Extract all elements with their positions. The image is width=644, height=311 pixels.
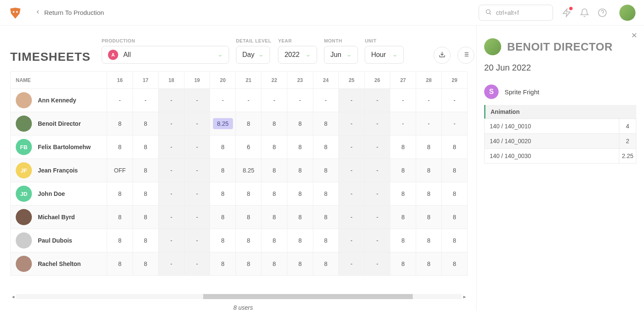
timesheet-cell[interactable]: -	[339, 89, 365, 112]
timesheet-cell[interactable]: -	[364, 182, 390, 206]
name-cell[interactable]: FBFelix Bartolomehw	[11, 136, 107, 159]
timesheet-cell[interactable]: 8	[442, 229, 468, 252]
name-cell[interactable]: Benoit Director	[11, 112, 107, 136]
timesheet-cell[interactable]: 8	[235, 112, 261, 136]
timesheet-cell[interactable]: 8	[416, 159, 442, 182]
timesheet-cell[interactable]: 8	[210, 252, 236, 276]
timesheet-cell[interactable]: -	[261, 89, 287, 112]
timesheet-cell[interactable]: 8.25	[235, 159, 261, 182]
timesheet-cell[interactable]: 8	[210, 206, 236, 229]
timesheet-cell[interactable]: 8	[287, 136, 313, 159]
name-cell[interactable]: Michael Byrd	[11, 206, 107, 229]
timesheet-cell[interactable]: 8	[235, 206, 261, 229]
timesheet-cell[interactable]: -	[416, 89, 442, 112]
detail-dropdown[interactable]: Day	[236, 46, 270, 64]
name-cell[interactable]: JDJohn Doe	[11, 182, 107, 206]
timesheet-cell[interactable]: 8	[210, 182, 236, 206]
scroll-left-arrow[interactable]: ◄	[10, 294, 16, 299]
timesheet-cell[interactable]: -	[107, 89, 133, 112]
timesheet-cell[interactable]: -	[364, 229, 390, 252]
timesheet-cell[interactable]: 8	[442, 252, 468, 276]
help-icon[interactable]	[597, 8, 607, 18]
timesheet-cell[interactable]: 8	[442, 159, 468, 182]
timesheet-cell[interactable]: -	[184, 112, 210, 136]
timesheet-cell[interactable]: 8	[390, 182, 416, 206]
horizontal-scrollbar[interactable]: ◄ ►	[10, 293, 468, 300]
timesheet-cell[interactable]: -	[364, 89, 390, 112]
timesheet-cell[interactable]: 8	[313, 159, 339, 182]
timesheet-cell[interactable]: -	[159, 89, 184, 112]
export-button[interactable]	[434, 47, 451, 64]
timesheet-cell[interactable]: 8	[313, 182, 339, 206]
timesheet-cell[interactable]: 8	[133, 229, 159, 252]
timesheet-cell[interactable]: -	[159, 206, 184, 229]
scroll-right-arrow[interactable]: ►	[462, 294, 468, 299]
production-dropdown[interactable]: A All	[102, 46, 229, 64]
timesheet-cell[interactable]: 6	[235, 136, 261, 159]
close-panel-button[interactable]	[630, 31, 638, 41]
timesheet-cell[interactable]: 8	[287, 206, 313, 229]
timesheet-cell[interactable]: 8	[107, 229, 133, 252]
timesheet-cell[interactable]: 8	[390, 229, 416, 252]
timesheet-cell[interactable]: 8	[442, 136, 468, 159]
timesheet-cell[interactable]: 8	[261, 112, 287, 136]
timesheet-cell[interactable]: 8	[287, 252, 313, 276]
timesheet-cell[interactable]: 8	[261, 136, 287, 159]
timesheet-cell[interactable]: 8	[416, 206, 442, 229]
timesheet-cell[interactable]: 8	[313, 229, 339, 252]
timesheet-cell[interactable]: -	[339, 206, 365, 229]
scroll-thumb[interactable]	[203, 294, 413, 299]
timesheet-cell[interactable]: 8	[313, 206, 339, 229]
task-row[interactable]: 140 / 140_00202	[484, 134, 636, 149]
timesheet-cell[interactable]: 8	[133, 206, 159, 229]
timesheet-cell[interactable]: -	[364, 206, 390, 229]
news-icon[interactable]	[562, 8, 572, 18]
timesheet-cell[interactable]: -	[159, 112, 184, 136]
timesheet-cell[interactable]: 8	[313, 112, 339, 136]
timesheet-cell[interactable]: 8	[133, 159, 159, 182]
timesheet-cell[interactable]: 8	[416, 182, 442, 206]
timesheet-cell[interactable]: 8	[235, 229, 261, 252]
table-row[interactable]: Paul Dubois88--88888--888	[11, 229, 468, 252]
timesheet-cell[interactable]: -	[287, 89, 313, 112]
timesheet-cell[interactable]: -	[159, 136, 184, 159]
timesheet-cell[interactable]: -	[184, 252, 210, 276]
task-row[interactable]: 140 / 140_00104	[484, 119, 636, 134]
timesheet-cell[interactable]: -	[159, 182, 184, 206]
timesheet-cell[interactable]: -	[235, 89, 261, 112]
timesheet-cell[interactable]: 8	[390, 136, 416, 159]
timesheet-cell[interactable]: -	[339, 159, 365, 182]
timesheet-cell[interactable]: -	[184, 159, 210, 182]
timesheet-cell[interactable]: 8	[261, 206, 287, 229]
timesheet-cell[interactable]: 8	[313, 136, 339, 159]
unit-dropdown[interactable]: Hour	[365, 46, 404, 64]
timesheet-cell[interactable]: 8	[133, 182, 159, 206]
timesheet-cell[interactable]: -	[184, 206, 210, 229]
back-to-production-link[interactable]: Return To Production	[35, 9, 104, 16]
timesheet-cell[interactable]: -	[133, 89, 159, 112]
timesheet-cell[interactable]: 8	[210, 159, 236, 182]
table-row[interactable]: JDJohn Doe88--88888--888	[11, 182, 468, 206]
name-cell[interactable]: Paul Dubois	[11, 229, 107, 252]
scroll-track[interactable]	[16, 294, 462, 299]
timesheet-cell[interactable]: 8	[107, 182, 133, 206]
timesheet-cell[interactable]: -	[390, 89, 416, 112]
timesheet-cell[interactable]: 8	[390, 252, 416, 276]
current-user-avatar[interactable]	[619, 5, 635, 21]
timesheet-cell[interactable]: 8	[416, 252, 442, 276]
bell-icon[interactable]	[579, 8, 590, 18]
search-input[interactable]: ctrl+alt+f	[479, 5, 553, 21]
name-cell[interactable]: Rachel Shelton	[11, 252, 107, 276]
timesheet-cell[interactable]: 8	[287, 182, 313, 206]
timesheet-cell[interactable]: -	[390, 112, 416, 136]
timesheet-cell[interactable]: 8	[390, 159, 416, 182]
month-dropdown[interactable]: Jun	[324, 46, 358, 64]
list-view-button[interactable]	[457, 47, 474, 64]
timesheet-cell[interactable]: 8	[261, 252, 287, 276]
timesheet-cell[interactable]: -	[339, 229, 365, 252]
timesheet-cell[interactable]: 8	[442, 182, 468, 206]
timesheet-cell[interactable]: 8	[107, 206, 133, 229]
timesheet-cell[interactable]: 8	[133, 112, 159, 136]
timesheet-cell[interactable]: -	[210, 89, 236, 112]
timesheet-cell[interactable]: -	[416, 112, 442, 136]
